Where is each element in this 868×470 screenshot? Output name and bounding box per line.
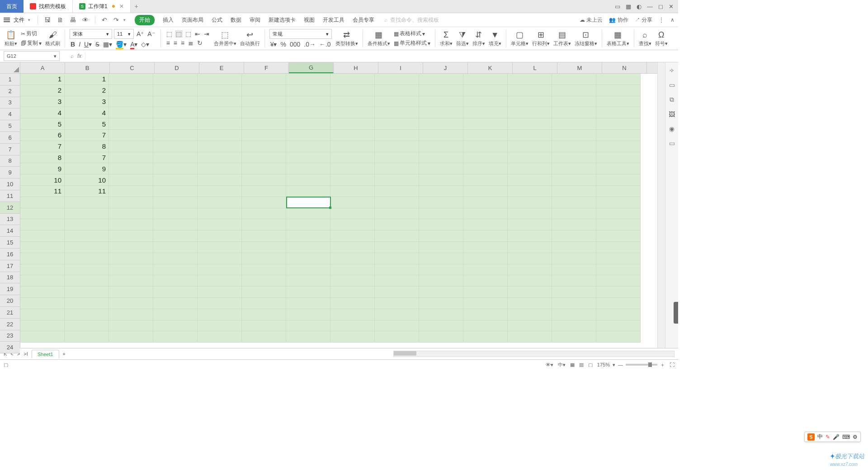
cell-H24[interactable]	[330, 331, 375, 343]
cell-B7[interactable]: 8	[65, 141, 109, 152]
font-color-icon[interactable]: A▾	[129, 41, 138, 48]
cell-E19[interactable]	[198, 275, 242, 287]
cell-A23[interactable]	[20, 320, 65, 332]
cond-format-button[interactable]: ▦条件格式▾	[366, 28, 392, 49]
cell-E6[interactable]	[198, 130, 242, 141]
maximize-icon[interactable]: ◻	[658, 3, 663, 10]
cell-I7[interactable]	[375, 141, 419, 152]
cell-J24[interactable]	[419, 331, 463, 343]
decimal-dec-icon[interactable]: ←.0	[318, 41, 332, 48]
cancel-formula-icon[interactable]: ⌕	[71, 53, 74, 59]
cell-K14[interactable]	[463, 219, 508, 230]
print-icon[interactable]: 🖶	[68, 16, 78, 24]
cell-N14[interactable]	[596, 219, 641, 230]
cell-H6[interactable]	[330, 130, 375, 141]
cell-L12[interactable]	[508, 197, 552, 208]
redo-icon[interactable]: ↷	[112, 16, 121, 24]
border-icon[interactable]: ▦▾	[102, 41, 113, 48]
cell-E1[interactable]	[198, 74, 242, 85]
close-window-icon[interactable]: ✕	[669, 3, 674, 10]
cell-K23[interactable]	[463, 320, 508, 332]
cell-N1[interactable]	[596, 74, 641, 85]
cell-I1[interactable]	[375, 74, 419, 85]
cell-A16[interactable]	[20, 242, 65, 253]
cell-L16[interactable]	[508, 242, 552, 253]
row-header-2[interactable]: 2	[0, 85, 20, 97]
cell-B13[interactable]	[65, 208, 109, 220]
cell-I20[interactable]	[375, 287, 419, 298]
cell-A21[interactable]	[20, 298, 65, 309]
side-spark-icon[interactable]: ✧	[669, 67, 675, 74]
cell-L14[interactable]	[508, 219, 552, 230]
cell-D20[interactable]	[153, 287, 198, 298]
cell-N4[interactable]	[596, 107, 641, 118]
cell-A8[interactable]: 8	[20, 152, 65, 164]
cell-E15[interactable]	[198, 230, 242, 242]
cut-button[interactable]: ✂ 剪切	[21, 30, 42, 38]
italic-icon[interactable]: I	[78, 41, 81, 48]
cell-D9[interactable]	[153, 163, 198, 174]
cell-F7[interactable]	[242, 141, 286, 152]
cell-C21[interactable]	[109, 298, 153, 309]
currency-icon[interactable]: ¥▾	[269, 41, 278, 48]
cell-M16[interactable]	[552, 242, 596, 253]
cell-button[interactable]: ▢单元格▾	[509, 28, 530, 49]
cell-C22[interactable]	[109, 309, 153, 320]
cell-H17[interactable]	[330, 253, 375, 264]
cell-F1[interactable]	[242, 74, 286, 85]
cell-F8[interactable]	[242, 152, 286, 164]
cell-N20[interactable]	[596, 287, 641, 298]
cell-M18[interactable]	[552, 264, 596, 276]
row-header-23[interactable]: 23	[0, 330, 20, 342]
row-header-12[interactable]: 12	[0, 202, 20, 214]
cell-C24[interactable]	[109, 331, 153, 343]
cell-K17[interactable]	[463, 253, 508, 264]
cell-J10[interactable]	[419, 174, 463, 186]
row-header-13[interactable]: 13	[0, 214, 20, 226]
cell-B20[interactable]	[65, 287, 109, 298]
cell-E24[interactable]	[198, 331, 242, 343]
command-search[interactable]: ⌕ 查找命令、搜索模板	[384, 16, 439, 24]
cell-D18[interactable]	[153, 264, 198, 276]
sheet-tab[interactable]: Sheet1	[32, 350, 59, 358]
cell-L13[interactable]	[508, 208, 552, 220]
cell-E9[interactable]	[198, 163, 242, 174]
cell-B21[interactable]	[65, 298, 109, 309]
cell-H23[interactable]	[330, 320, 375, 332]
cell-M23[interactable]	[552, 320, 596, 332]
menu-9[interactable]: 会员专享	[353, 16, 374, 24]
cell-A11[interactable]: 11	[20, 186, 65, 197]
cell-F15[interactable]	[242, 230, 286, 242]
cell-B15[interactable]	[65, 230, 109, 242]
cell-M1[interactable]	[552, 74, 596, 85]
cell-A20[interactable]	[20, 287, 65, 298]
cell-F23[interactable]	[242, 320, 286, 332]
cell-C12[interactable]	[109, 197, 153, 208]
cell-L8[interactable]	[508, 152, 552, 164]
cell-F14[interactable]	[242, 219, 286, 230]
cell-I11[interactable]	[375, 186, 419, 197]
cell-G5[interactable]	[286, 118, 330, 130]
col-header-K[interactable]: K	[468, 62, 513, 73]
cell-J21[interactable]	[419, 298, 463, 309]
cell-G2[interactable]	[286, 85, 330, 96]
cell-F2[interactable]	[242, 85, 286, 96]
cell-M24[interactable]	[552, 331, 596, 343]
cell-D13[interactable]	[153, 208, 198, 220]
cell-F3[interactable]	[242, 96, 286, 108]
cell-N12[interactable]	[596, 197, 641, 208]
cell-F13[interactable]	[242, 208, 286, 220]
cell-F24[interactable]	[242, 331, 286, 343]
cell-D3[interactable]	[153, 96, 198, 108]
percent-icon[interactable]: %	[279, 41, 287, 48]
side-book-icon[interactable]: ▭	[669, 140, 675, 147]
row-header-5[interactable]: 5	[0, 120, 20, 132]
horizontal-scrollbar[interactable]	[393, 351, 675, 357]
cell-D7[interactable]	[153, 141, 198, 152]
cell-H22[interactable]	[330, 309, 375, 320]
undo-icon[interactable]: ↶	[100, 16, 109, 24]
cell-F11[interactable]	[242, 186, 286, 197]
cell-K20[interactable]	[463, 287, 508, 298]
cell-I13[interactable]	[375, 208, 419, 220]
menu-3[interactable]: 公式	[212, 16, 222, 24]
